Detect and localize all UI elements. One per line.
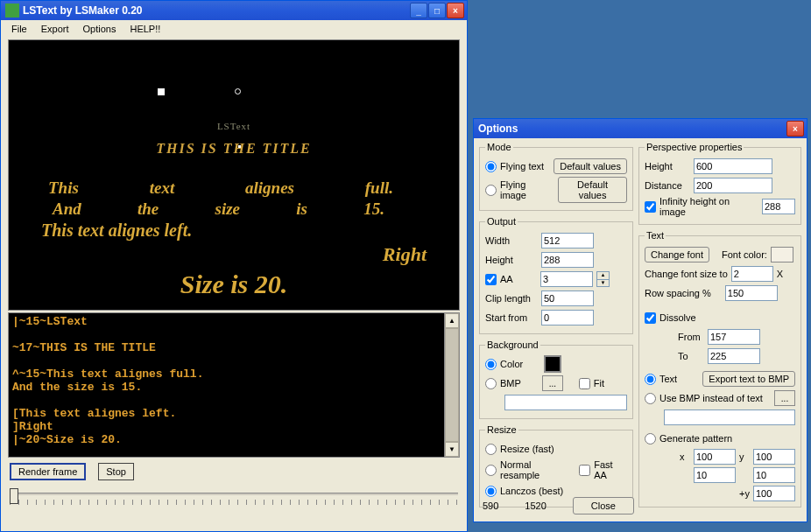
menu-file[interactable]: File [4, 22, 34, 36]
resize-fast-radio[interactable] [485, 444, 497, 455]
render-frame-button[interactable]: Render frame [10, 463, 86, 480]
dissolve-checkbox[interactable] [645, 312, 656, 324]
row-spacing-field[interactable] [725, 285, 778, 301]
font-color-swatch[interactable] [771, 247, 793, 262]
resize-normal-radio[interactable] [485, 465, 497, 476]
marker-square [158, 88, 165, 95]
main-title: LSText by LSMaker 0.20 [23, 4, 143, 17]
menu-help[interactable]: HELP!! [123, 22, 167, 36]
persp-height-field[interactable] [694, 158, 772, 174]
text-fieldset: Text Change fontFont color: Change font … [638, 230, 801, 508]
preview-line-2: THIS IS THE TITLE [9, 141, 459, 157]
output-width-field[interactable] [541, 233, 594, 248]
text-mode-radio[interactable] [645, 374, 656, 385]
bg-bmp-path[interactable] [504, 395, 627, 410]
stop-button[interactable]: Stop [98, 463, 134, 480]
scroll-up-button[interactable]: ▲ [445, 313, 459, 328]
pattern-y2-field[interactable] [753, 467, 795, 483]
slider-thumb[interactable] [10, 488, 18, 504]
aa-checkbox[interactable] [485, 274, 497, 285]
bg-color-swatch[interactable] [544, 355, 561, 373]
options-close-x[interactable]: × [786, 121, 804, 136]
pattern-x1-field[interactable] [694, 449, 736, 465]
marker-circle [235, 88, 241, 94]
status-b: 1520 [525, 500, 546, 511]
infinity-checkbox[interactable] [645, 201, 656, 213]
fast-aa-checkbox[interactable] [579, 465, 590, 476]
bg-color-radio[interactable] [485, 359, 497, 370]
dissolve-from-field[interactable] [708, 329, 760, 345]
infinity-value-field[interactable] [762, 199, 795, 214]
preview-line-5: This text alignes left. [41, 220, 192, 241]
aa-spinner[interactable]: ▲▼ [596, 271, 610, 287]
options-window: Options × Mode Flying text Default value… [473, 118, 807, 522]
editor-scrollbar[interactable]: ▲ ▼ [445, 312, 460, 458]
background-fieldset: Background Color BMP...Fit [479, 340, 633, 419]
bg-bmp-radio[interactable] [485, 378, 497, 389]
app-icon [5, 4, 19, 18]
generate-pattern-radio[interactable] [645, 433, 656, 444]
preview-line-3: Thistextalignesfull. [48, 178, 393, 198]
dissolve-to-field[interactable] [708, 348, 760, 364]
pattern-x2-field[interactable] [694, 467, 736, 483]
bg-bmp-browse[interactable]: ... [542, 375, 563, 391]
preview-line-6: Right [383, 243, 427, 266]
options-title: Options [478, 122, 518, 135]
status-a: 590 [483, 500, 498, 511]
change-font-button[interactable]: Change font [645, 247, 709, 262]
pattern-y1-field[interactable] [753, 449, 795, 465]
options-close-button[interactable]: Close [573, 497, 634, 514]
preview-line-7: Size is 20. [9, 270, 459, 299]
flying-image-radio[interactable] [485, 185, 497, 196]
clip-length-field[interactable] [541, 290, 594, 306]
output-fieldset: Output Width Height AA▲▼ Clip length Sta… [479, 216, 633, 334]
start-from-field[interactable] [541, 310, 594, 326]
script-editor[interactable]: |~15~LSText ~17~THIS IS THE TITLE ^~15~T… [8, 312, 445, 458]
menubar: File Export Options HELP!! [1, 20, 467, 38]
preview-line-1: LSText [9, 121, 459, 131]
preview-line-4: Andthesizeis15. [53, 200, 384, 219]
scroll-down-button[interactable]: ▼ [445, 442, 459, 457]
maximize-button[interactable]: □ [428, 3, 446, 18]
perspective-fieldset: Perspective properties Height Distance I… [638, 142, 801, 225]
output-height-field[interactable] [541, 252, 594, 268]
scroll-thumb[interactable] [445, 328, 459, 442]
persp-distance-field[interactable] [694, 178, 772, 193]
export-text-bmp-button[interactable]: Export text to BMP [702, 371, 795, 387]
main-close-button[interactable]: × [447, 3, 464, 18]
bg-fit-checkbox[interactable] [579, 378, 590, 389]
minimize-button[interactable]: _ [410, 3, 427, 18]
aa-field[interactable] [540, 271, 593, 287]
main-titlebar: LSText by LSMaker 0.20 _ □ × [1, 1, 467, 20]
editor-wrap: |~15~LSText ~17~THIS IS THE TITLE ^~15~T… [8, 312, 460, 458]
preview-viewport[interactable]: LSText THIS IS THE TITLE Thistextalignes… [8, 39, 460, 311]
options-titlebar: Options × [474, 119, 807, 138]
main-window: LSText by LSMaker 0.20 _ □ × File Export… [0, 0, 468, 532]
text-bmp-path[interactable] [664, 410, 795, 425]
text-bmp-browse[interactable]: ... [774, 390, 795, 406]
flying-text-radio[interactable] [485, 161, 497, 172]
timeline-slider[interactable] [10, 486, 458, 507]
use-bmp-radio[interactable] [645, 393, 656, 404]
menu-options[interactable]: Options [76, 22, 123, 36]
default-values-1[interactable]: Default values [554, 158, 627, 174]
default-values-2[interactable]: Default values [558, 177, 627, 203]
resize-lanczos-radio[interactable] [485, 486, 497, 497]
resize-fieldset: Resize Resize (fast) Normal resampleFast… [479, 424, 633, 508]
font-size-field[interactable] [731, 266, 773, 282]
menu-export[interactable]: Export [34, 22, 76, 36]
mode-fieldset: Mode Flying text Default values Flying i… [479, 142, 633, 211]
